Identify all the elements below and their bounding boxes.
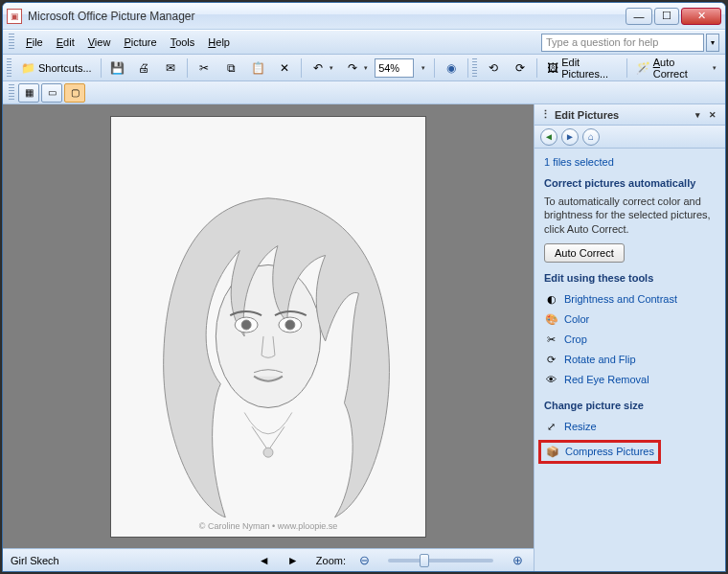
next-image-button[interactable]: ► [284, 552, 303, 569]
grip-icon [472, 58, 477, 78]
image-canvas[interactable]: © Caroline Nyman • www.ploopie.se [3, 104, 534, 548]
window-title: Microsoft Office Picture Manager [28, 10, 626, 23]
image-watermark: © Caroline Nyman • www.ploopie.se [111, 521, 425, 531]
edit-pictures-icon: 🖼 [546, 60, 558, 76]
tools-heading: Edit using these tools [544, 272, 716, 284]
save-button[interactable]: 💾 [104, 57, 129, 79]
canvas-area: © Caroline Nyman • www.ploopie.se Girl S… [3, 104, 534, 571]
menu-view[interactable]: View [82, 34, 117, 51]
svg-point-6 [263, 448, 273, 457]
zoom-dropdown[interactable]: ▾ [416, 57, 430, 79]
redo-button[interactable]: ↷▾ [340, 57, 373, 79]
copy-icon: ⧉ [223, 60, 239, 76]
rotate-left-button[interactable]: ⟲ [481, 57, 506, 79]
rotate-right-icon: ⟳ [512, 60, 528, 76]
paste-button[interactable]: 📋 [245, 57, 270, 79]
image-preview: © Caroline Nyman • www.ploopie.se [110, 116, 426, 538]
panel-title: Edit Pictures [555, 109, 689, 121]
thumbnail-view-tab[interactable]: ▦ [18, 83, 39, 103]
brightness-icon: ◐ [544, 292, 558, 307]
menu-bar: File Edit View Picture Tools Help Type a… [3, 30, 725, 55]
redeye-icon: 👁 [544, 373, 558, 387]
edit-pictures-button[interactable]: 🖼 Edit Pictures... [541, 57, 623, 79]
tool-label: Compress Pictures [565, 446, 654, 457]
edit-pictures-panel: ⋮ Edit Pictures ▾ ✕ ◄ ► ⌂ 1 files select… [534, 104, 725, 571]
undo-button[interactable]: ↶▾ [306, 57, 338, 79]
tool-rotate[interactable]: ⟳Rotate and Flip [544, 350, 716, 370]
zoom-input[interactable]: 54% [375, 58, 414, 78]
resize-icon: ⤢ [544, 420, 558, 434]
app-icon: ▣ [7, 9, 22, 24]
size-heading: Change picture size [544, 400, 716, 411]
compress-highlight: 📦 Compress Pictures [538, 440, 661, 464]
cut-icon: ✂ [196, 60, 212, 76]
toolbar-overflow[interactable]: ▾ [707, 57, 721, 79]
correct-description: To automatically correct color and brigh… [544, 195, 716, 236]
panel-back-button[interactable]: ◄ [540, 128, 557, 146]
svg-point-5 [285, 320, 295, 330]
tool-compress[interactable]: 📦 Compress Pictures [544, 437, 716, 467]
main-toolbar: 📁 Shortcuts... 💾 🖨 ✉ ✂ ⧉ 📋 ✕ ↶▾ ↷▾ 54% ▾… [3, 55, 725, 81]
menu-help[interactable]: Help [202, 34, 236, 51]
menu-picture[interactable]: Picture [118, 34, 162, 51]
status-bar: Girl Skech ◄ ► Zoom: ⊖ ⊕ [3, 548, 534, 571]
close-button[interactable]: ✕ [681, 8, 721, 25]
menu-edit[interactable]: Edit [51, 34, 80, 51]
auto-correct-label: Auto Correct [653, 57, 700, 80]
files-selected-label: 1 files selected [544, 156, 716, 168]
zoom-in-button[interactable]: ⊕ [509, 552, 526, 569]
tool-label: Red Eye Removal [564, 374, 649, 385]
auto-correct-panel-button[interactable]: Auto Correct [544, 243, 625, 263]
delete-button[interactable]: ✕ [272, 57, 297, 79]
delete-icon: ✕ [277, 60, 292, 76]
tool-color[interactable]: 🎨Color [544, 310, 716, 330]
grip-icon [7, 58, 11, 78]
color-icon: 🎨 [544, 312, 558, 327]
shortcuts-label: Shortcuts... [38, 62, 92, 74]
panel-title-bar: ⋮ Edit Pictures ▾ ✕ [535, 104, 725, 126]
menu-file[interactable]: File [20, 34, 49, 51]
zoom-slider[interactable] [388, 559, 493, 563]
cut-button[interactable]: ✂ [192, 57, 216, 79]
help-icon: ◉ [444, 60, 459, 76]
grip-icon [9, 34, 14, 51]
tool-label: Crop [564, 333, 587, 345]
paste-icon: 📋 [250, 60, 265, 76]
mail-button[interactable]: ✉ [158, 57, 183, 79]
help-button[interactable]: ◉ [439, 57, 464, 79]
panel-home-button[interactable]: ⌂ [582, 128, 600, 146]
tool-label: Resize [564, 421, 597, 432]
shortcuts-icon: 📁 [20, 60, 35, 76]
tool-redeye[interactable]: 👁Red Eye Removal [544, 370, 716, 390]
mail-icon: ✉ [163, 60, 178, 76]
panel-forward-button[interactable]: ► [561, 128, 579, 146]
compress-icon: 📦 [545, 445, 559, 459]
filename-label: Girl Skech [11, 555, 59, 566]
zoom-out-button[interactable]: ⊖ [355, 552, 373, 569]
shortcuts-button[interactable]: 📁 Shortcuts... [15, 57, 97, 79]
maximize-button[interactable]: ☐ [654, 8, 679, 25]
undo-icon: ↶ [310, 60, 326, 76]
help-dropdown-button[interactable]: ▾ [706, 34, 719, 52]
prev-image-button[interactable]: ◄ [255, 552, 274, 569]
grip-icon [9, 84, 14, 102]
panel-dropdown-button[interactable]: ▾ [691, 108, 704, 122]
title-bar: ▣ Microsoft Office Picture Manager — ☐ ✕ [3, 3, 725, 30]
tool-crop[interactable]: ✂Crop [544, 330, 716, 350]
auto-correct-button[interactable]: 🪄 Auto Correct [631, 57, 705, 79]
single-view-tab[interactable]: ▢ [64, 83, 85, 103]
minimize-button[interactable]: — [626, 8, 652, 25]
copy-button[interactable]: ⧉ [218, 57, 243, 79]
panel-close-button[interactable]: ✕ [706, 108, 719, 122]
print-button[interactable]: 🖨 [131, 57, 156, 79]
auto-correct-icon: 🪄 [636, 60, 650, 76]
help-search-input[interactable]: Type a question for help [541, 34, 704, 52]
menu-tools[interactable]: Tools [165, 34, 201, 51]
filmstrip-view-tab[interactable]: ▭ [41, 83, 62, 103]
sketch-image [111, 117, 425, 537]
slider-thumb[interactable] [420, 554, 429, 567]
panel-nav: ◄ ► ⌂ [535, 126, 725, 149]
rotate-right-button[interactable]: ⟳ [508, 57, 533, 79]
tool-resize[interactable]: ⤢Resize [544, 417, 716, 437]
tool-brightness[interactable]: ◐Brightness and Contrast [544, 289, 716, 310]
